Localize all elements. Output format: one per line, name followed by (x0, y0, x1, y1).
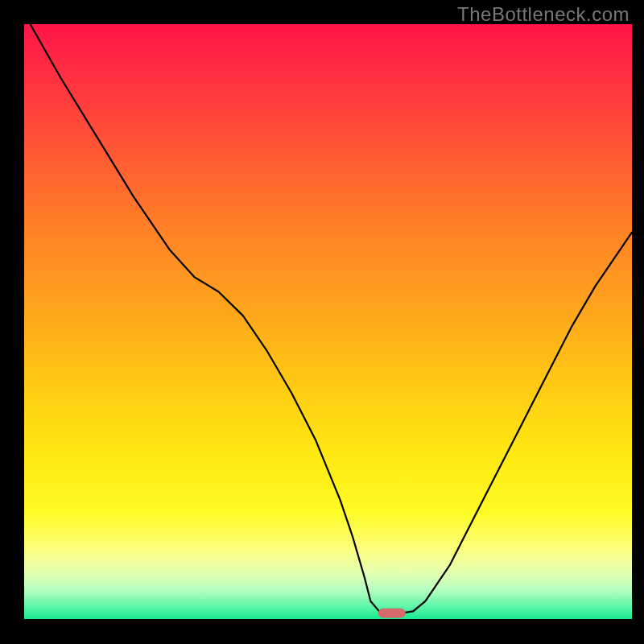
chart-svg (24, 24, 632, 619)
optimum-marker (378, 609, 406, 618)
plot-area (24, 24, 632, 619)
watermark-text: TheBottleneck.com (457, 3, 630, 26)
chart-container: TheBottleneck.com (0, 0, 644, 644)
background-gradient (24, 24, 632, 619)
